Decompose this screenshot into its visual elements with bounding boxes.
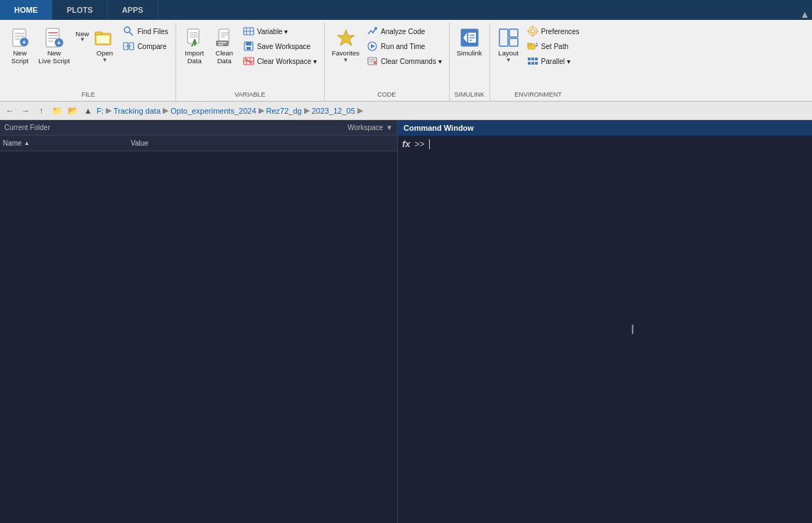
layout-arrow: ▼	[506, 57, 511, 63]
simulink-group-label: SIMULINK	[454, 90, 485, 99]
svg-rect-76	[528, 62, 531, 65]
new-script-button[interactable]: + NewScript	[6, 24, 34, 68]
clean-data-icon	[213, 26, 236, 49]
variable-button[interactable]: Variable ▾	[240, 24, 320, 38]
parallel-button[interactable]: Parallel ▾	[524, 54, 583, 68]
file-group-items: + NewScript	[6, 24, 171, 90]
breadcrumb-opto[interactable]: Opto_experiments_2024	[170, 107, 256, 115]
compare-button[interactable]: Compare	[120, 39, 170, 53]
svg-rect-40	[246, 42, 251, 45]
preferences-label: Preferences	[541, 28, 580, 36]
svg-rect-15	[97, 36, 109, 43]
address-bar: ← → ↑ 📁 📂 ▲ F: ▶ Tracking data ▶ Opto_ex…	[0, 102, 812, 120]
open-label: Open	[97, 49, 113, 57]
tab-plots[interactable]: PLOTS	[53, 0, 108, 20]
svg-marker-50	[371, 44, 375, 48]
compare-icon	[123, 41, 134, 52]
variable-icon	[243, 26, 254, 37]
svg-text:+: +	[57, 39, 61, 47]
layout-button[interactable]: Layout ▼	[494, 24, 523, 65]
svg-point-16	[124, 27, 130, 33]
up-button[interactable]: ↑	[34, 104, 48, 118]
simulink-label: Simulink	[457, 49, 482, 57]
workspace-dropdown-icon[interactable]: ▼	[386, 124, 393, 131]
open-button[interactable]: Open ▼	[90, 24, 119, 65]
new-dropdown-button[interactable]: New ▼	[75, 30, 89, 43]
simulink-icon	[458, 26, 481, 49]
back-button[interactable]: ←	[3, 104, 17, 118]
forward-button[interactable]: →	[18, 104, 33, 118]
find-files-button[interactable]: Find Files	[120, 24, 170, 38]
clean-data-button[interactable]: CleanData	[210, 24, 239, 68]
folder-up-button[interactable]: ▲	[81, 104, 95, 118]
clear-workspace-button[interactable]: Clear Workspace ▾	[240, 54, 320, 68]
find-files-label: Find Files	[137, 28, 168, 36]
text-cursor-indicator: I	[631, 322, 634, 337]
analyze-code-button[interactable]: Analyze Code	[364, 24, 445, 38]
new-dropdown-arrow: ▼	[80, 36, 85, 43]
parallel-label: Parallel ▾	[541, 58, 570, 65]
tab-home[interactable]: HOME	[0, 0, 53, 20]
preferences-button[interactable]: Preferences	[524, 24, 583, 38]
svg-rect-78	[535, 62, 538, 65]
breadcrumb-f[interactable]: F:	[97, 107, 104, 115]
current-folder-title: Current Folder	[4, 124, 50, 131]
new-script-icon: +	[9, 26, 31, 49]
command-window-header: Command Window	[398, 120, 812, 136]
command-window-body[interactable]: fx >> I	[398, 136, 812, 523]
browse-button[interactable]: 📂	[65, 104, 80, 118]
command-prompt: fx >>	[402, 139, 808, 149]
favorites-arrow: ▼	[343, 57, 349, 63]
breadcrumb-date[interactable]: 2023_12_05	[312, 107, 355, 115]
save-workspace-icon	[243, 41, 254, 52]
analyze-code-icon	[367, 26, 378, 37]
breadcrumb-rez[interactable]: Rez72_dg	[266, 107, 302, 115]
save-workspace-button[interactable]: Save Workspace	[240, 39, 320, 53]
svg-rect-64	[509, 38, 518, 46]
new-script-label: NewScript	[11, 49, 28, 65]
svg-line-17	[129, 32, 133, 36]
clear-workspace-icon	[243, 55, 254, 67]
sort-icon: ▲	[24, 140, 30, 146]
breadcrumb-tracking[interactable]: Tracking data	[114, 107, 161, 115]
tab-apps[interactable]: APPS	[108, 0, 158, 20]
ribbon-group-variable: ImportData	[176, 23, 325, 101]
svg-rect-63	[509, 29, 518, 37]
col-name-header[interactable]: Name ▲	[3, 139, 131, 147]
run-and-time-button[interactable]: Run and Time	[364, 39, 445, 53]
minimize-icon[interactable]: ▲	[798, 9, 812, 20]
folder-icon[interactable]: 📁	[50, 104, 64, 118]
favorites-button[interactable]: Favorites ▼	[329, 24, 362, 65]
ribbon-group-file: + NewScript	[1, 23, 176, 101]
svg-rect-77	[531, 62, 534, 65]
svg-rect-73	[528, 58, 531, 60]
import-data-button[interactable]: ImportData	[180, 24, 209, 68]
analyze-code-label: Analyze Code	[381, 28, 425, 36]
new-live-script-button[interactable]: + NewLive Script	[36, 24, 72, 68]
col-value-header[interactable]: Value	[131, 139, 148, 147]
set-path-label: Set Path	[541, 43, 568, 50]
svg-rect-75	[535, 58, 538, 60]
environment-group-items: Layout ▼	[494, 24, 583, 90]
favorites-label: Favorites	[332, 49, 359, 57]
variable-col-right: Variable ▾ Save Workspace	[240, 24, 320, 68]
svg-rect-51	[368, 58, 377, 65]
simulink-button[interactable]: Simulink	[454, 24, 485, 59]
clear-commands-icon	[367, 55, 378, 67]
code-group-items: Favorites ▼ Analyze Code	[329, 24, 445, 90]
clear-commands-label: Clear Commands ▾	[381, 58, 442, 65]
ribbon-group-simulink: Simulink SIMULINK	[450, 23, 490, 101]
open-icon	[93, 26, 116, 49]
clear-commands-button[interactable]: Clear Commands ▾	[364, 54, 445, 68]
workspace-label: Workspace	[347, 124, 383, 131]
main-area: Current Folder Workspace ▼ Name ▲ Value …	[0, 120, 812, 523]
set-path-button[interactable]: Set Path	[524, 39, 583, 53]
prompt-symbol: >>	[415, 139, 425, 149]
new-live-script-icon: +	[43, 26, 65, 49]
svg-rect-74	[531, 58, 534, 60]
save-workspace-label: Save Workspace	[257, 43, 310, 50]
file-group-label: FILE	[6, 90, 171, 99]
run-and-time-icon	[367, 41, 378, 52]
find-files-icon	[123, 26, 134, 37]
svg-point-65	[531, 29, 535, 33]
